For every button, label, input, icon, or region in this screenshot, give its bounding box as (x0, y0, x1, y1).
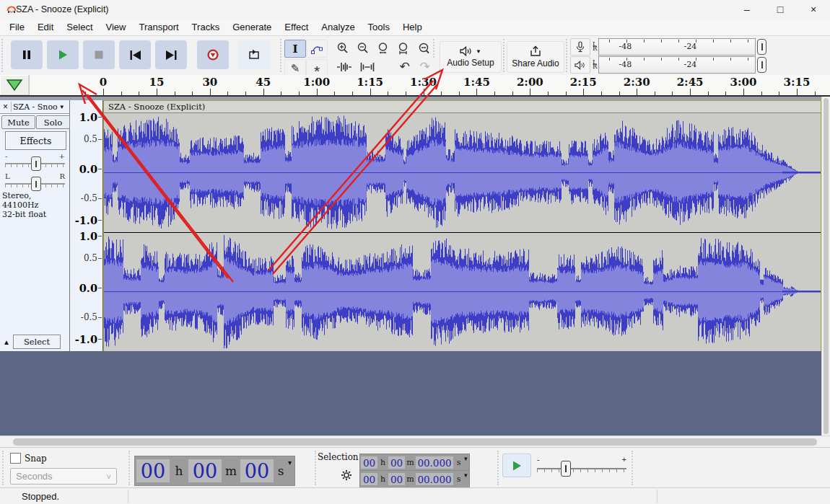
menu-help[interactable]: Help (396, 19, 429, 35)
recording-meter-bar[interactable]: -48 -24 (598, 38, 756, 56)
play-meter-button[interactable] (570, 56, 590, 74)
maximize-button[interactable]: □ (764, 0, 797, 19)
zoom-selection-button[interactable] (373, 40, 393, 56)
meter-tick-label: -24 (684, 60, 697, 69)
menu-view[interactable]: View (100, 19, 133, 35)
sel-end-minutes[interactable]: 00 (388, 473, 405, 485)
zoom-toggle-button[interactable] (393, 40, 413, 56)
sel-start-minutes[interactable]: 00 (388, 456, 405, 469)
vertical-scrollbar-thumb[interactable] (824, 98, 829, 434)
caret-down-icon[interactable]: ▾ (464, 472, 468, 479)
toolbar-grip[interactable] (2, 451, 6, 485)
collapse-track-button[interactable]: ▲ (0, 338, 13, 346)
horizontal-scrollbar[interactable] (0, 436, 830, 448)
pan-slider[interactable]: LR (5, 174, 65, 193)
snap-mode-select[interactable]: Seconds ˅ (10, 468, 117, 485)
audio-setup-button[interactable]: ▼ Audio Setup (440, 41, 502, 73)
pause-button[interactable] (11, 40, 43, 69)
toolbar-grip[interactable] (1, 39, 5, 72)
toolbar-grip[interactable] (632, 451, 635, 485)
speed-slider-thumb[interactable] (561, 461, 571, 477)
gain-slider[interactable]: -+ (5, 154, 65, 172)
envelope-tool-button[interactable] (306, 40, 328, 58)
skip-to-end-button[interactable] (155, 40, 187, 69)
select-track-button[interactable]: Select (13, 335, 61, 349)
gear-icon[interactable] (341, 469, 352, 481)
position-hours[interactable]: 00 (136, 459, 170, 482)
track-menu-caret-icon[interactable]: ▼ (59, 104, 65, 110)
record-button[interactable] (197, 40, 229, 69)
clip-title-bar[interactable]: SZA - Snooze (Explicit) (104, 101, 821, 113)
loop-button[interactable] (238, 40, 270, 69)
toolbar-grip[interactable] (280, 39, 284, 72)
timeline-ruler[interactable]: 01530451:001:151:301:452:002:152:302:453… (0, 75, 830, 97)
recording-meter-handle[interactable] (757, 39, 766, 55)
menu-file[interactable]: File (3, 19, 31, 35)
menu-tools[interactable]: Tools (362, 19, 396, 35)
caret-down-icon[interactable]: ▾ (288, 459, 292, 467)
mute-button[interactable]: Mute (1, 115, 35, 129)
toolbar-grip[interactable] (566, 39, 569, 72)
menu-transport[interactable]: Transport (132, 19, 185, 35)
menu-tracks[interactable]: Tracks (185, 19, 227, 35)
undo-button[interactable]: ↶ (395, 58, 414, 75)
redo-button[interactable]: ↷ (415, 58, 434, 75)
menu-analyze[interactable]: Analyze (315, 19, 361, 35)
sel-start-seconds[interactable]: 00.000 (416, 456, 453, 469)
sel-start-hours[interactable]: 00 (361, 456, 377, 469)
empty-track-space[interactable] (0, 351, 830, 436)
scale-label: -0.5 (81, 193, 97, 203)
sel-end-hours[interactable]: 00 (361, 473, 377, 485)
zoom-in-button[interactable] (333, 40, 352, 56)
recording-meter[interactable]: LR -48 -24 (570, 38, 771, 56)
play-button[interactable] (47, 40, 79, 69)
vertical-scale-ruler[interactable]: 1.00.50.0-0.5-1.01.00.50.0-0.5-1.0 (70, 100, 103, 351)
caret-down-icon[interactable]: ▾ (464, 455, 468, 462)
selection-tool-button[interactable]: I (284, 40, 306, 58)
audio-position-display[interactable]: 00 h 00 m 00 s ▾ (134, 456, 295, 486)
track-control-panel: × SZA - Snoo ▼ Mute Solo Effects -+ LR S… (0, 100, 70, 351)
share-audio-button[interactable]: Share Audio (507, 41, 564, 73)
selection-start-field[interactable]: 00 h 00 m 00.000 s ▾ (359, 454, 470, 472)
waveform-canvas[interactable] (104, 113, 821, 351)
position-seconds[interactable]: 00 (240, 459, 274, 482)
audio-clip[interactable]: SZA - Snooze (Explicit) (103, 100, 821, 351)
toolbar-grip[interactable] (497, 451, 501, 485)
snap-checkbox[interactable] (10, 453, 21, 464)
silence-audio-button[interactable] (356, 58, 378, 75)
playback-meter-handle[interactable] (757, 57, 766, 73)
solo-button[interactable]: Solo (36, 115, 70, 129)
horizontal-scrollbar-thumb[interactable] (13, 438, 817, 446)
meter-tick (678, 40, 679, 43)
track-close-button[interactable]: × (0, 102, 12, 112)
timeline-scale[interactable]: 01530451:001:151:301:452:002:152:302:453… (0, 75, 830, 95)
minimize-button[interactable]: – (730, 0, 764, 19)
playback-meter-bar[interactable]: -48 -24 (598, 56, 756, 74)
trim-audio-button[interactable] (333, 58, 355, 75)
record-meter-button[interactable] (570, 38, 590, 56)
toolbar-grip[interactable] (128, 451, 132, 485)
stop-button[interactable] (83, 40, 115, 69)
position-minutes[interactable]: 00 (188, 459, 222, 482)
effects-button[interactable]: Effects (5, 131, 66, 150)
playback-speed-slider[interactable]: -+ (537, 455, 626, 477)
selection-end-field[interactable]: 00 h 00 m 00.000 s ▾ (359, 470, 470, 488)
menu-edit[interactable]: Edit (31, 19, 60, 35)
menu-select[interactable]: Select (60, 19, 99, 35)
skip-to-start-button[interactable] (119, 40, 151, 69)
pan-slider-thumb[interactable] (31, 177, 41, 191)
close-button[interactable]: × (797, 0, 830, 19)
playback-meter[interactable]: LR -48 -24 (570, 56, 771, 74)
gain-slider-thumb[interactable] (31, 156, 41, 171)
timeline-label: 2:45 (677, 76, 704, 89)
menu-effect[interactable]: Effect (278, 19, 315, 35)
sel-end-seconds[interactable]: 00.000 (416, 473, 453, 485)
fit-project-button[interactable] (414, 40, 433, 56)
track-name[interactable]: SZA - Snoo (13, 102, 58, 112)
play-at-speed-button[interactable] (502, 454, 531, 477)
zoom-selection-icon (377, 42, 390, 55)
menu-generate[interactable]: Generate (226, 19, 278, 35)
zoom-out-button[interactable] (353, 40, 372, 56)
ruler-tick (121, 92, 122, 95)
vertical-scrollbar[interactable] (821, 97, 830, 436)
